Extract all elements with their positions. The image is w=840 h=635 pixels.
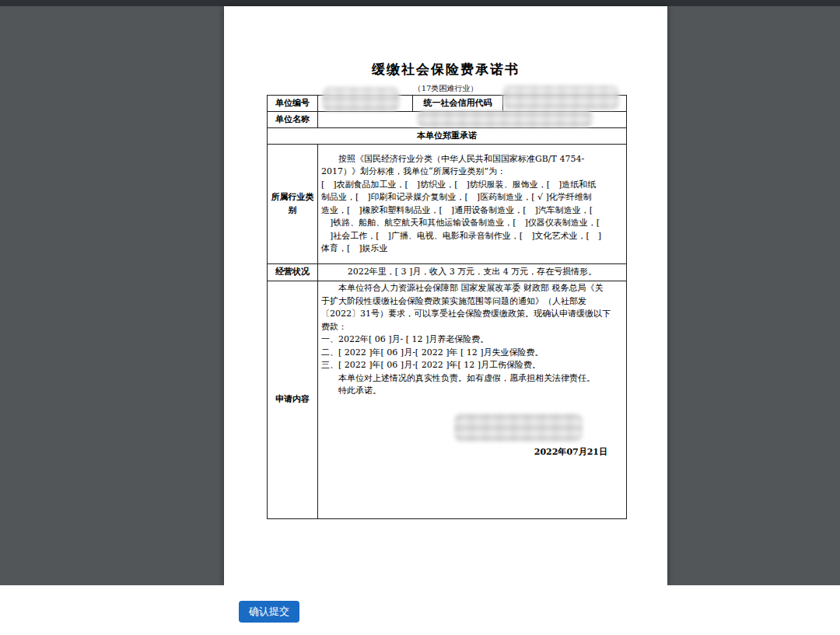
commitment-form-table: 单位编号 统一社会信用代码 单位名称 本单位郑重承诺 所属行业类别 按照《国民经… — [267, 95, 627, 519]
redacted-unit-number-blur — [322, 87, 400, 111]
application-content: 本单位符合人力资源社会保障部 国家发展改革委 财政部 税务总局《关 于扩大阶段性… — [321, 282, 623, 398]
unit-number-label: 单位编号 — [268, 96, 318, 112]
document-page: 缓缴社会保险费承诺书 （17类困难行业） 单位编号 统一社会信用代码 单位名称 … — [224, 6, 667, 585]
operation-label: 经营状况 — [268, 264, 318, 281]
viewer-toolbar — [0, 0, 840, 6]
table-row-industry: 所属行业类别 按照《国民经济行业分类（中华人民共和国国家标准GB/T 4754-… — [268, 145, 627, 264]
application-cell: 本单位符合人力资源社会保障部 国家发展改革委 财政部 税务总局《关 于扩大阶段性… — [318, 281, 627, 519]
operation-content: 2022年里，[ 3 ]月，收入 3 万元，支出 4 万元，存在亏损情形。 — [318, 264, 627, 281]
document-title: 缓缴社会保险费承诺书 — [224, 61, 667, 79]
table-row-application: 申请内容 本单位符合人力资源社会保障部 国家发展改革委 财政部 税务总局《关 于… — [268, 281, 627, 519]
redacted-stamp-blur — [454, 413, 583, 441]
credit-code-label: 统一社会信用代码 — [413, 96, 503, 112]
industry-content: 按照《国民经济行业分类（中华人民共和国国家标准GB/T 4754- 2017）》… — [318, 145, 627, 264]
redacted-credit-code-blur — [502, 85, 619, 110]
application-date: 2022年07月21日 — [534, 446, 607, 459]
table-row-pledge-header: 本单位郑重承诺 — [268, 128, 627, 145]
pledge-header: 本单位郑重承诺 — [268, 128, 627, 145]
application-label: 申请内容 — [268, 281, 318, 519]
unit-name-label: 单位名称 — [268, 112, 318, 128]
confirm-submit-button[interactable]: 确认提交 — [239, 601, 299, 623]
redacted-unit-name-blur — [417, 110, 593, 127]
pdf-viewer: 缓缴社会保险费承诺书 （17类困难行业） 单位编号 统一社会信用代码 单位名称 … — [0, 0, 840, 585]
table-row-operation: 经营状况 2022年里，[ 3 ]月，收入 3 万元，支出 4 万元，存在亏损情… — [268, 264, 627, 281]
industry-label: 所属行业类别 — [268, 145, 318, 264]
